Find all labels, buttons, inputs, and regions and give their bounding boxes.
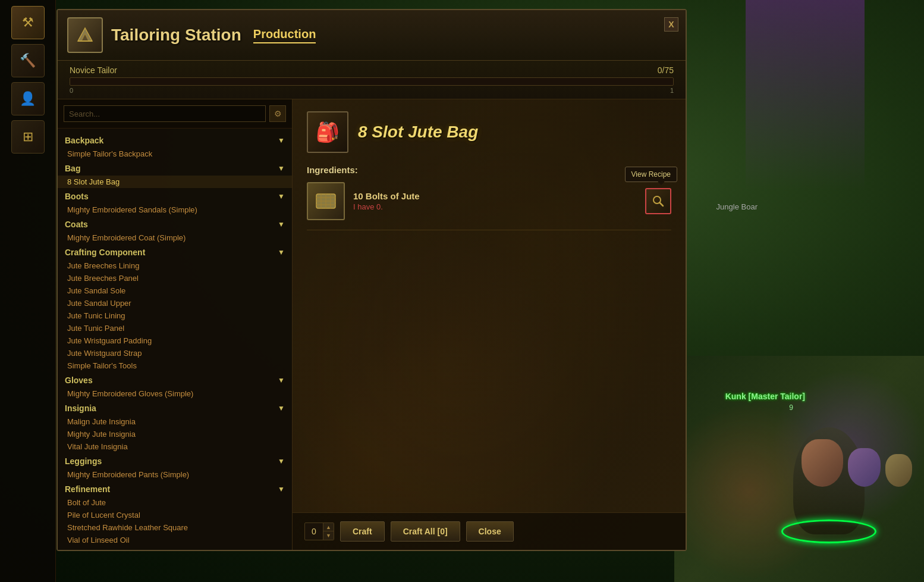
quantity-control: 0 ▲ ▼ [304,522,334,540]
svg-line-9 [660,203,664,206]
close-craft-button[interactable]: Close [466,521,514,542]
category-gloves-label: Gloves [65,376,93,385]
craft-button[interactable]: Craft [340,521,385,542]
recipe-stretched-rawhide[interactable]: Stretched Rawhide Leather Square [58,521,292,534]
ingredient-info: 10 Bolts of Jute I have 0. [353,191,638,211]
category-bag-label: Bag [65,164,80,173]
content-area: ⚙ Backpack ▼ Simple Tailor's Backpack Ba… [58,99,686,550]
jungle-boar-label: Jungle Boar [716,202,758,211]
item-name: 8 Slot Jute Bag [358,123,478,142]
recipe-pile-of-lucent-crystal[interactable]: Pile of Lucent Crystal [58,509,292,521]
category-crafting-component-label: Crafting Component [65,248,145,257]
recipe-jute-sandal-upper[interactable]: Jute Sandal Upper [58,297,292,309]
craft-controls: 0 ▲ ▼ Craft Craft All [0] Close [293,512,686,550]
category-refinement[interactable]: Refinement ▼ [58,481,292,496]
category-backpack[interactable]: Backpack ▼ [58,132,292,148]
category-boots-label: Boots [65,192,89,201]
station-icon [67,17,103,53]
pot-medium [848,448,881,487]
npc-level: 9 [789,403,793,412]
category-backpack-arrow: ▼ [278,136,285,145]
quantity-up-button[interactable]: ▲ [323,523,334,531]
pot-small [885,454,912,487]
category-coats-label: Coats [65,220,88,229]
recipe-detail-panel: 🎒 8 Slot Jute Bag Ingredients: [293,99,686,550]
quantity-value: 0 [305,524,323,539]
recipe-jute-wristguard-padding[interactable]: Jute Wristguard Padding [58,334,292,347]
recipe-vial-of-linseed-oil[interactable]: Vial of Linseed Oil [58,534,292,546]
settings-button[interactable]: ⚙ [269,105,286,122]
production-tab[interactable]: Production [253,27,316,43]
recipe-8-slot-jute-bag[interactable]: 8 Slot Jute Bag [58,176,292,188]
recipe-jute-breeches-lining[interactable]: Jute Breeches Lining [58,259,292,272]
ingredient-row-bolts-of-jute: 10 Bolts of Jute I have 0. View Recipe [307,182,671,220]
view-recipe-button[interactable] [645,188,671,214]
recipe-jute-wristguard-strap[interactable]: Jute Wristguard Strap [58,347,292,359]
category-bag[interactable]: Bag ▼ [58,160,292,176]
category-leggings[interactable]: Leggings ▼ [58,453,292,468]
category-refinement-label: Refinement [65,484,110,494]
crafting-window: Tailoring Station Production X Novice Ta… [56,9,687,551]
ingredient-icon-jute [307,182,345,220]
ingredient-name: 10 Bolts of Jute [353,191,638,201]
sidebar-icon-anvil[interactable]: 🔨 [11,44,45,77]
decoration-pots [802,439,912,487]
quantity-arrows: ▲ ▼ [323,523,334,540]
recipe-mighty-jute-insignia[interactable]: Mighty Jute Insignia [58,428,292,440]
category-boots[interactable]: Boots ▼ [58,188,292,204]
ingredient-have: I have 0. [353,202,638,211]
progress-label-end: 1 [670,87,674,94]
category-insignia[interactable]: Insignia ▼ [58,400,292,415]
item-header: 🎒 8 Slot Jute Bag [307,111,671,153]
category-gloves[interactable]: Gloves ▼ [58,372,292,387]
recipe-vital-jute-insignia[interactable]: Vital Jute Insignia [58,440,292,453]
progress-title: Novice Tailor [70,65,117,75]
close-button[interactable]: X [664,17,678,32]
category-leggings-arrow: ▼ [278,457,285,465]
recipe-mighty-embroidered-coat[interactable]: Mighty Embroidered Coat (Simple) [58,231,292,244]
recipe-bolt-of-jute[interactable]: Bolt of Jute [58,496,292,509]
ingredients-label: Ingredients: [307,165,671,175]
npc-name: Kunk [Master Tailor] [725,392,805,401]
category-leggings-label: Leggings [65,456,102,466]
quantity-down-button[interactable]: ▼ [323,531,334,540]
category-gloves-arrow: ▼ [278,376,285,384]
recipe-malign-jute-insignia[interactable]: Malign Jute Insignia [58,415,292,428]
progress-fraction: 0/75 [658,65,674,75]
pot-large [802,439,843,487]
category-refinement-arrow: ▼ [278,485,285,493]
npc-area: Kunk [Master Tailor] 9 [674,356,924,582]
search-bar: ⚙ [58,99,292,129]
category-insignia-arrow: ▼ [278,404,285,412]
sidebar-icon-grid[interactable]: ⊞ [11,120,45,154]
recipe-jute-breeches-panel[interactable]: Jute Breeches Panel [58,272,292,284]
sidebar-icon-hammer[interactable]: ⚒ [11,6,45,39]
recipe-mighty-embroidered-pants[interactable]: Mighty Embroidered Pants (Simple) [58,468,292,481]
category-coats[interactable]: Coats ▼ [58,216,292,231]
category-crafting-component[interactable]: Crafting Component ▼ [58,244,292,259]
progress-area: Novice Tailor 0/75 0 1 [58,61,686,99]
recipe-jute-tunic-panel[interactable]: Jute Tunic Panel [58,322,292,334]
recipe-sidebar: ⚙ Backpack ▼ Simple Tailor's Backpack Ba… [58,99,293,550]
category-bag-arrow: ▼ [278,164,285,173]
recipe-jute-tunic-lining[interactable]: Jute Tunic Lining [58,309,292,322]
game-sidebar: ⚒ 🔨 👤 ⊞ [0,0,56,582]
recipe-mighty-embroidered-sandals[interactable]: Mighty Embroidered Sandals (Simple) [58,204,292,216]
recipe-jute-sandal-sole[interactable]: Jute Sandal Sole [58,284,292,297]
recipe-simple-tailors-tools[interactable]: Simple Tailor's Tools [58,359,292,372]
sidebar-icon-character[interactable]: 👤 [11,82,45,115]
item-icon: 🎒 [307,111,348,153]
recipe-simple-tailors-backpack[interactable]: Simple Tailor's Backpack [58,148,292,160]
recipe-divider [307,230,671,230]
recipe-list[interactable]: Backpack ▼ Simple Tailor's Backpack Bag … [58,129,292,550]
category-backpack-label: Backpack [65,136,103,145]
craft-all-button[interactable]: Craft All [0] [391,521,460,542]
view-recipe-container: View Recipe [645,188,671,214]
window-title: Tailoring Station [111,26,241,45]
search-input[interactable] [64,105,266,122]
recipe-mighty-embroidered-gloves[interactable]: Mighty Embroidered Gloves (Simple) [58,387,292,400]
npc-selection-ring [781,520,876,543]
view-recipe-tooltip: View Recipe [625,167,677,182]
category-boots-arrow: ▼ [278,192,285,201]
category-coats-arrow: ▼ [278,220,285,229]
